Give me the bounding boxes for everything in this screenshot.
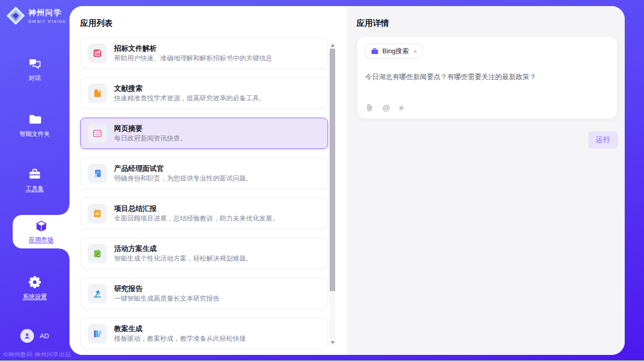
app-card-web-summary[interactable]: </> 网页摘要 每日政府新闻资讯快查。 [80, 118, 328, 149]
gear-icon [28, 275, 42, 289]
sidebar-item-app-market[interactable]: 应用市场 [13, 215, 69, 248]
book-icon [92, 88, 102, 98]
sidebar-item-label: 智能文件夹 [20, 130, 50, 138]
sidebar-item-toolset[interactable]: 工具集 [0, 167, 69, 193]
app-card-description: 全面回顾项目进展，总结经验教训，助力未来优化发展。 [114, 214, 279, 223]
app-card-research-report[interactable]: 研究报告 一键智能生成高质量长文本研究报告 [80, 278, 328, 309]
scroll-up-arrow-icon[interactable] [331, 44, 335, 47]
toolbox-icon [28, 167, 42, 181]
app-card-title: 研究报告 [114, 284, 220, 293]
briefcase-icon [371, 47, 379, 55]
browser-code-icon: </> [92, 128, 102, 138]
app-icon-tile [88, 84, 107, 103]
brand-name: 神州问学 [28, 8, 66, 18]
run-button[interactable]: 运行 [588, 131, 618, 149]
prompt-input-card: Bing搜索 × 今日湖北有哪些新闻要点？有哪些需要关注的最新政策？ @ # [356, 36, 618, 119]
app-card-description: 每日政府新闻资讯快查。 [114, 134, 187, 142]
sidebar-item-label: 对话 [29, 74, 41, 83]
app-icon-tile [88, 44, 107, 63]
cube-icon [34, 220, 48, 233]
brand-tagline: Smart Vision [28, 19, 66, 24]
sidebar: 神州问学 Smart Vision 对话 智能文件夹 工具集 应用市场 [0, 0, 69, 362]
sidebar-item-chat[interactable]: 对话 [0, 57, 69, 83]
app-card-title: 活动方案生成 [114, 244, 253, 253]
scroll-down-arrow-icon[interactable] [331, 341, 335, 344]
notepad-icon [92, 208, 102, 219]
app-card-bid-document-parsing[interactable]: 招标文件解析 帮助用户快速、准确地理解和解析招标书中的关键信息 [80, 38, 328, 69]
chip-close-icon[interactable]: × [413, 48, 417, 55]
attachment-toolbar: @ # [366, 103, 404, 112]
app-card-title: 产品经理面试官 [114, 164, 253, 173]
app-icon-tile [88, 204, 107, 223]
app-list-scrollbar[interactable] [330, 42, 335, 346]
app-card-literature-search[interactable]: 文献搜索 快速精准查找学术资源，提高研究效率的必备工具。 [80, 78, 328, 109]
app-card-title: 教案生成 [114, 324, 246, 333]
app-icon-tile [88, 164, 107, 183]
app-icon-tile: </> [88, 124, 107, 143]
chat-icon [28, 57, 42, 70]
copyright-text: ©神州数码·神州问学出品 [4, 351, 71, 358]
brand-logo: 神州问学 Smart Vision [7, 7, 66, 25]
app-card-description: 明确身份和职责，为您提供专业性的面试问题。 [114, 174, 253, 183]
app-detail-panel: 应用详情 Bing搜索 × 今日湖北有哪些新闻要点？有哪些需要关注的最新政策？ … [346, 6, 625, 355]
app-icon-tile [88, 324, 107, 343]
sidebar-item-label: 应用市场 [29, 236, 53, 244]
scrollbar-thumb[interactable] [330, 49, 335, 291]
user-account[interactable]: AD [0, 329, 69, 343]
avatar [20, 329, 34, 343]
app-list-title: 应用列表 [80, 18, 335, 29]
clipboard-check-icon [92, 248, 102, 259]
tool-chip-label: Bing搜索 [382, 47, 409, 56]
app-card-lesson-plan[interactable]: 教案生成 模板驱动，教案秒成，教学准备从此轻松快捷 [80, 318, 328, 349]
sidebar-item-settings[interactable]: 系统设置 [0, 275, 69, 301]
main-content: 应用列表 招标文件解析 帮助用户快速、准确地理解和解析招标书中的关键信息 [69, 6, 625, 355]
sidebar-item-smart-folder[interactable]: 智能文件夹 [0, 113, 69, 138]
app-icon-tile [88, 284, 107, 303]
app-card-project-summary[interactable]: 项目总结汇报 全面回顾项目进展，总结经验教训，助力未来优化发展。 [80, 198, 328, 229]
sidebar-item-label: 工具集 [26, 185, 44, 193]
tool-chip-bing-search[interactable]: Bing搜索 × [365, 44, 423, 59]
interview-icon [92, 168, 102, 178]
app-card-description: 快速精准查找学术资源，提高研究效率的必备工具。 [114, 94, 266, 102]
query-text-input[interactable]: 今日湖北有哪些新闻要点？有哪些需要关注的最新政策？ [365, 72, 609, 82]
mention-icon[interactable]: @ [382, 103, 390, 112]
app-card-list: 招标文件解析 帮助用户快速、准确地理解和解析招标书中的关键信息 文献搜索 快速精… [80, 38, 335, 349]
sidebar-item-label: 系统设置 [23, 293, 47, 301]
app-card-event-plan[interactable]: 活动方案生成 智能生成个性化活动方案，轻松解决规划难题。 [80, 238, 328, 269]
app-card-description: 帮助用户快速、准确地理解和解析招标书中的关键信息 [114, 54, 272, 62]
app-list-panel: 应用列表 招标文件解析 帮助用户快速、准确地理解和解析招标书中的关键信息 [69, 6, 346, 355]
app-card-title: 招标文件解析 [114, 44, 272, 53]
app-icon-tile [88, 244, 107, 263]
folder-icon [28, 113, 42, 126]
app-card-description: 模板驱动，教案秒成，教学准备从此轻松快捷 [114, 335, 246, 343]
microscope-icon [92, 288, 102, 299]
diamond-logo-icon [7, 7, 25, 25]
document-edit-icon [92, 48, 102, 58]
app-card-description: 智能生成个性化活动方案，轻松解决规划难题。 [114, 255, 253, 263]
app-detail-title: 应用详情 [356, 18, 618, 29]
app-card-pm-interviewer[interactable]: 产品经理面试官 明确身份和职责，为您提供专业性的面试问题。 [80, 158, 328, 189]
app-card-description: 一键智能生成高质量长文本研究报告 [114, 295, 220, 303]
books-icon [92, 329, 102, 339]
app-card-title: 项目总结汇报 [114, 204, 279, 213]
app-card-title: 网页摘要 [114, 124, 187, 133]
person-icon [23, 332, 31, 340]
user-initials: AD [40, 332, 49, 340]
app-card-title: 文献搜索 [114, 84, 266, 93]
paperclip-icon[interactable] [366, 103, 373, 112]
topic-icon[interactable]: # [399, 103, 403, 112]
svg-text:</>: </> [95, 132, 100, 136]
